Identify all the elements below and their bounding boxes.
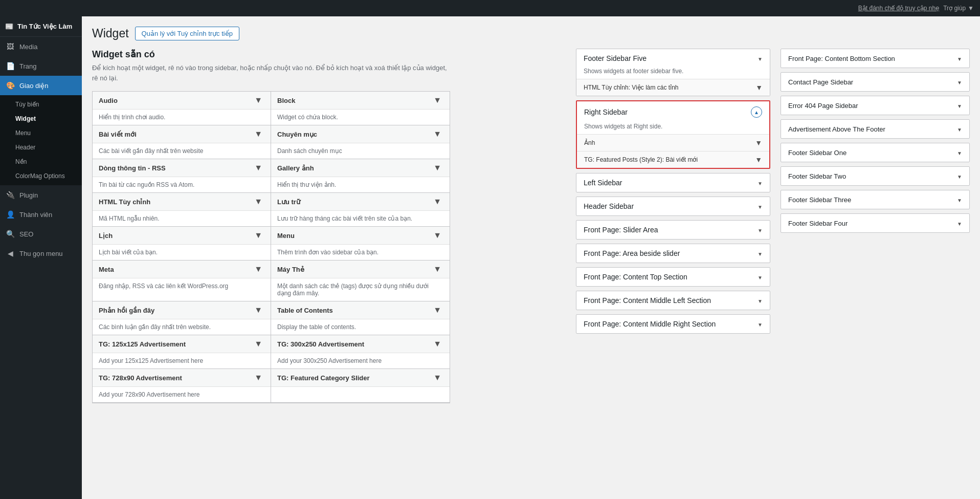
- widget-may-the-expand[interactable]: ▼: [431, 265, 443, 274]
- sidebar-item-seo[interactable]: 🔍 SEO: [0, 224, 82, 244]
- widget-chuyen-muc-name: Chuyên mục: [277, 131, 317, 138]
- widget-may-the-name: Máy Thẻ: [277, 266, 304, 273]
- widget-tg-300-expand[interactable]: ▼: [431, 339, 443, 349]
- widget-rss-expand[interactable]: ▼: [252, 163, 264, 172]
- widget-toc-expand[interactable]: ▼: [431, 306, 443, 315]
- fp-content-top-chevron: [758, 273, 763, 281]
- footer-sidebar-five-header[interactable]: Footer Sidebar Five: [576, 49, 770, 68]
- customize-button[interactable]: Quản lý với Tuỳ chỉnh trực tiếp: [135, 27, 239, 40]
- footer-sidebar-five-widget-expand[interactable]: ▼: [755, 83, 763, 92]
- widget-tg-728-expand[interactable]: ▼: [252, 373, 264, 382]
- footer-sidebar-four-panel[interactable]: Footer Sidebar Four: [781, 213, 970, 233]
- widget-html-expand[interactable]: ▼: [252, 197, 264, 206]
- fp-content-middle-right-chevron: [758, 320, 763, 328]
- fp-content-bottom-panel[interactable]: Front Page: Content Bottom Section: [781, 49, 970, 68]
- sidebar-item-thu-gon[interactable]: ◀ Thu gọn menu: [0, 244, 82, 263]
- footer-sidebar-two-panel[interactable]: Footer Sidebar Two: [781, 166, 970, 186]
- sidebar-item-label-thu-gon: Thu gọn menu: [19, 250, 63, 257]
- right-sidebar-header[interactable]: Right Sidebar ▲: [577, 101, 769, 123]
- fp-content-top-header[interactable]: Front Page: Content Top Section: [576, 268, 770, 286]
- advertisement-above-footer-panel[interactable]: Advertisement Above The Footer: [781, 119, 970, 139]
- fp-content-middle-right-header[interactable]: Front Page: Content Middle Right Section: [576, 315, 770, 333]
- footer-sidebar-one-panel[interactable]: Footer Sidebar One: [781, 143, 970, 162]
- widget-block-header: Block ▼: [271, 92, 450, 110]
- fp-slider-title: Front Page: Slider Area: [584, 226, 658, 234]
- widget-block: Block ▼ Widget có chứa block.: [271, 92, 450, 125]
- sidebar-sub-menu[interactable]: Menu: [0, 126, 82, 140]
- widget-bai-viet-moi-header: Bài viết mới ▼: [93, 125, 271, 143]
- widget-meta-expand[interactable]: ▼: [252, 265, 264, 274]
- right-sidebar-panel: Right Sidebar ▲ Shows widgets at Right s…: [576, 100, 770, 169]
- footer-sidebar-four-title: Footer Sidebar Four: [788, 220, 848, 227]
- fp-beside-slider-header[interactable]: Front Page: Area beside slider: [576, 244, 770, 263]
- widget-gallery-expand[interactable]: ▼: [431, 163, 443, 172]
- fp-beside-slider-panel: Front Page: Area beside slider: [576, 244, 770, 263]
- widget-html-desc: Mã HTML ngẫu nhiên.: [93, 211, 271, 226]
- page-header: Widget Quản lý với Tuỳ chỉnh trực tiếp: [92, 27, 970, 40]
- left-sidebar-header[interactable]: Left Sidebar: [576, 173, 770, 192]
- right-sidebar-widget-anh-expand[interactable]: ▼: [755, 139, 762, 147]
- widget-toc-name: Table of Contents: [277, 307, 333, 314]
- right-sidebar-widget-featured-expand[interactable]: ▼: [755, 156, 762, 164]
- footer-sidebar-four-chevron: [957, 219, 962, 227]
- footer-sidebar-two-title: Footer Sidebar Two: [788, 172, 846, 180]
- help-menu[interactable]: Trợ giúp ▼: [943, 5, 974, 12]
- widget-chuyen-muc-expand[interactable]: ▼: [431, 129, 443, 139]
- widget-tg-728: TG: 728x90 Advertisement ▼ Add your 728x…: [93, 369, 271, 403]
- sidebar-item-label-thanh-vien: Thành viên: [19, 211, 52, 219]
- widget-html: HTML Tùy chỉnh ▼ Mã HTML ngẫu nhiên.: [93, 193, 271, 227]
- widget-phan-hoi-desc: Các bình luận gần đây nhất trên website.: [93, 319, 271, 335]
- widget-tg-125-name: TG: 125x125 Advertisement: [99, 340, 186, 348]
- widget-tg-125-expand[interactable]: ▼: [252, 339, 264, 349]
- widget-audio-desc: Hiển thị trình chơi audio.: [93, 110, 271, 125]
- sidebar-item-label-seo: SEO: [19, 230, 33, 238]
- fp-slider-header[interactable]: Front Page: Slider Area: [576, 221, 770, 239]
- widget-meta-header: Meta ▼: [93, 261, 271, 278]
- widget-meta: Meta ▼ Đăng nhập, RSS và các liên kết Wo…: [93, 261, 271, 301]
- sidebar-item-trang[interactable]: 📄 Trang: [0, 56, 82, 76]
- trang-icon: 📄: [5, 61, 15, 71]
- sidebar-sub-colormag[interactable]: ColorMag Options: [0, 169, 82, 183]
- fp-content-top-title: Front Page: Content Top Section: [584, 273, 687, 281]
- sidebar-sub-header[interactable]: Header: [0, 140, 82, 155]
- left-sidebar-chevron: [758, 179, 763, 187]
- widget-tg-125-desc: Add your 125x125 Advertisement here: [93, 353, 271, 368]
- sidebar-item-media[interactable]: 🖼 Media: [0, 37, 82, 56]
- footer-sidebar-three-panel[interactable]: Footer Sidebar Three: [781, 190, 970, 209]
- widget-lich-name: Lịch: [99, 232, 113, 240]
- sidebar-item-label-plugin: Plugin: [19, 191, 38, 199]
- contact-sidebar-panel[interactable]: Contact Page Sidebar: [781, 72, 970, 92]
- sidebar-sub-tuy-bien[interactable]: Tùy biến: [0, 97, 82, 112]
- top-bar: Bật đánh chế độ truy cập nhẹ Trợ giúp ▼: [0, 0, 980, 16]
- widget-tg-featured-expand[interactable]: ▼: [431, 373, 443, 382]
- sidebar-sub-widget[interactable]: Widget: [0, 112, 82, 126]
- header-sidebar-header[interactable]: Header Sidebar: [576, 197, 770, 215]
- error-404-panel[interactable]: Error 404 Page Sidebar: [781, 96, 970, 115]
- widget-phan-hoi-expand[interactable]: ▼: [252, 306, 264, 315]
- widget-menu-name: Menu: [277, 232, 295, 240]
- widgets-section-title: Widget sẵn có: [92, 49, 566, 60]
- widget-block-expand[interactable]: ▼: [431, 96, 443, 105]
- widget-audio-expand[interactable]: ▼: [252, 96, 264, 105]
- sidebar-item-giao-dien[interactable]: 🎨 Giao diện: [0, 76, 82, 95]
- widget-luu-tru-expand[interactable]: ▼: [431, 197, 443, 206]
- sidebar-sub-nen[interactable]: Nền: [0, 155, 82, 169]
- widget-tg-featured: TG: Featured Category Slider ▼: [271, 369, 450, 403]
- sidebar-item-thanh-vien[interactable]: 👤 Thành viên: [0, 205, 82, 224]
- widget-chuyen-muc: Chuyên mục ▼ Danh sách chuyên mục: [271, 125, 450, 159]
- widget-rss: Dòng thông tin - RSS ▼ Tin bài từ các ng…: [93, 159, 271, 193]
- footer-sidebar-five-panel: Footer Sidebar Five Shows widgets at foo…: [576, 49, 770, 96]
- widget-tg-featured-desc: [271, 387, 450, 395]
- plugin-icon: 🔌: [5, 190, 15, 200]
- widget-lich: Lịch ▼ Lịch bài viết của bạn.: [93, 227, 271, 261]
- widget-bai-viet-moi-expand[interactable]: ▼: [252, 129, 264, 139]
- sidebar-item-plugin[interactable]: 🔌 Plugin: [0, 185, 82, 205]
- accessibility-link[interactable]: Bật đánh chế độ truy cập nhẹ: [858, 5, 939, 12]
- right-sidebar-expand-btn[interactable]: ▲: [751, 106, 762, 118]
- widget-lich-expand[interactable]: ▼: [252, 231, 264, 240]
- fp-content-middle-left-header[interactable]: Front Page: Content Middle Left Section: [576, 291, 770, 310]
- widget-meta-name: Meta: [99, 266, 114, 273]
- widget-rss-desc: Tin bài từ các nguồn RSS và Atom.: [93, 177, 271, 192]
- widget-menu-expand[interactable]: ▼: [431, 231, 443, 240]
- widget-may-the: Máy Thẻ ▼ Một danh sách các thẻ (tags) đ…: [271, 261, 450, 301]
